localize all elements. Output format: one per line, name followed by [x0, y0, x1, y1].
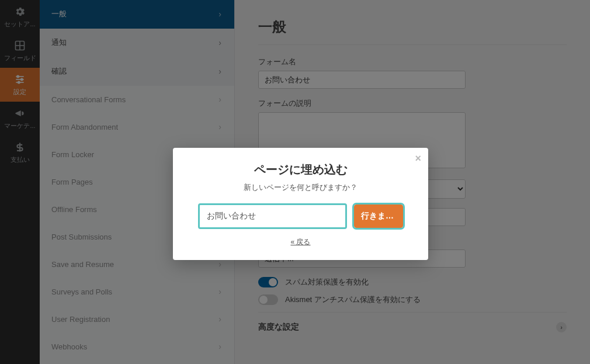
back-link[interactable]: « 戻る — [290, 238, 310, 246]
go-button[interactable]: 行きまし... — [354, 204, 403, 228]
embed-modal: × ページに埋め込む 新しいページを何と呼びますか？ 行きまし... « 戻る — [173, 148, 428, 260]
modal-subtitle: 新しいページを何と呼びますか？ — [190, 182, 411, 193]
page-name-input[interactable] — [198, 203, 347, 229]
modal-input-row: 行きまし... — [190, 203, 411, 229]
modal-title: ページに埋め込む — [190, 162, 411, 178]
close-icon[interactable]: × — [415, 152, 421, 165]
